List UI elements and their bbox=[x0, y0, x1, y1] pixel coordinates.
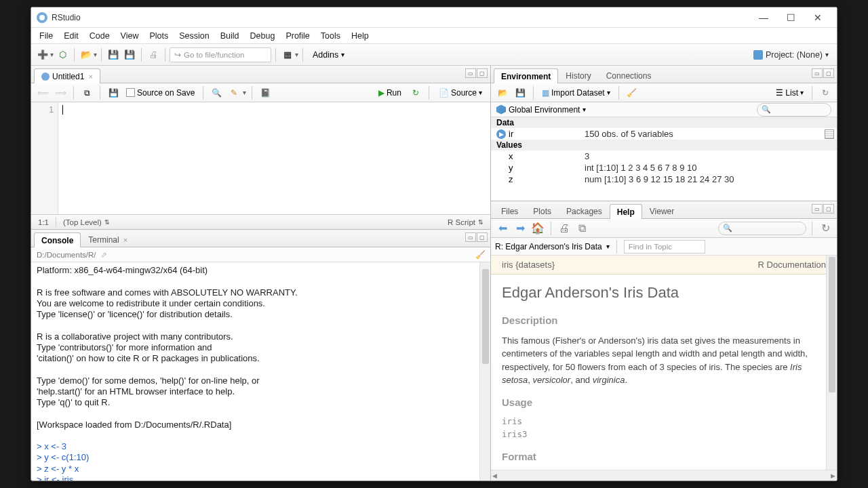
open-file-button[interactable]: 📂 bbox=[79, 47, 94, 62]
new-file-dropdown[interactable]: ▾ bbox=[50, 51, 54, 58]
tab-viewer[interactable]: Viewer bbox=[642, 203, 682, 218]
print-button[interactable]: 🖨 bbox=[146, 47, 161, 62]
menu-profile[interactable]: Profile bbox=[280, 29, 315, 43]
tab-history[interactable]: History bbox=[558, 68, 598, 83]
source-minimize[interactable]: ▭ bbox=[465, 68, 476, 78]
env-row-y[interactable]: y int [1:10] 1 2 3 4 5 6 7 8 9 10 bbox=[491, 162, 837, 174]
tab-terminal[interactable]: Terminal× bbox=[81, 232, 135, 247]
tab-help[interactable]: Help bbox=[610, 204, 642, 219]
window-title: RStudio bbox=[52, 13, 750, 22]
doc-package: iris {datasets} bbox=[502, 260, 555, 270]
menu-plots[interactable]: Plots bbox=[144, 29, 174, 43]
menu-edit[interactable]: Edit bbox=[58, 29, 84, 43]
help-search-input[interactable]: 🔍 bbox=[718, 222, 806, 235]
wand-icon[interactable]: ✎ bbox=[226, 85, 241, 100]
rerun-button[interactable]: ↻ bbox=[408, 85, 423, 100]
source-tab-untitled1[interactable]: Untitled1 × bbox=[34, 68, 100, 83]
refresh-env-icon[interactable]: ↻ bbox=[818, 85, 833, 100]
menu-debug[interactable]: Debug bbox=[245, 29, 281, 43]
menu-session[interactable]: Session bbox=[174, 29, 214, 43]
menu-build[interactable]: Build bbox=[215, 29, 245, 43]
tab-connections[interactable]: Connections bbox=[599, 68, 659, 83]
cursor-position: 1:1 bbox=[38, 218, 49, 226]
new-project-button[interactable]: ⬡ bbox=[55, 47, 70, 62]
menu-help[interactable]: Help bbox=[346, 29, 374, 43]
help-print-icon[interactable]: 🖨 bbox=[557, 221, 572, 236]
load-workspace-icon[interactable]: 📂 bbox=[495, 85, 510, 100]
close-button[interactable]: ✕ bbox=[804, 8, 831, 27]
tab-environment[interactable]: Environment bbox=[494, 68, 558, 83]
env-maximize[interactable]: ▢ bbox=[823, 68, 834, 78]
tab-files[interactable]: Files bbox=[494, 203, 526, 218]
terminal-close-icon[interactable]: × bbox=[123, 236, 127, 244]
help-popout-icon[interactable]: ⧉ bbox=[574, 221, 589, 236]
language-dropdown[interactable]: R Script⇅ bbox=[448, 218, 484, 226]
open-recent-dropdown[interactable]: ▾ bbox=[94, 51, 97, 58]
help-minimize[interactable]: ▭ bbox=[812, 204, 823, 214]
grid-dropdown[interactable]: ▾ bbox=[295, 51, 298, 58]
env-row-z[interactable]: z num [1:10] 3 6 9 12 15 18 21 24 27 30 bbox=[491, 174, 837, 185]
run-button[interactable]: ▶Run bbox=[374, 87, 406, 99]
help-scrollbar-v[interactable] bbox=[826, 256, 837, 481]
source-button[interactable]: 📄Source▾ bbox=[435, 87, 486, 99]
env-scope-dropdown[interactable]: Global Environment▾ 🔍 bbox=[491, 102, 837, 117]
tab-console[interactable]: Console bbox=[34, 232, 81, 247]
menu-code[interactable]: Code bbox=[84, 29, 115, 43]
code-editor[interactable] bbox=[58, 102, 490, 214]
menu-view[interactable]: View bbox=[115, 29, 144, 43]
compile-report-button[interactable]: 📓 bbox=[258, 85, 273, 100]
save-source-button[interactable]: 💾 bbox=[106, 85, 121, 100]
clear-env-icon[interactable]: 🧹 bbox=[625, 85, 639, 100]
help-home-icon[interactable]: 🏠 bbox=[530, 221, 545, 236]
grid-button[interactable]: ▦ bbox=[280, 47, 295, 62]
working-dir[interactable]: D:/Documents/R/ bbox=[37, 251, 96, 259]
env-search-input[interactable]: 🔍 bbox=[757, 103, 831, 117]
env-row-ir[interactable]: ▶ir 150 obs. of 5 variables bbox=[491, 128, 837, 140]
tab-packages[interactable]: Packages bbox=[559, 203, 610, 218]
refresh-help-icon[interactable]: ↻ bbox=[818, 221, 833, 236]
env-row-x[interactable]: x 3 bbox=[491, 150, 837, 162]
help-scrollbar-h[interactable]: ◀▶ bbox=[491, 470, 837, 481]
forward-icon[interactable]: ⟹ bbox=[53, 85, 68, 100]
new-file-button[interactable]: ➕ bbox=[35, 47, 50, 62]
wand-dropdown[interactable]: ▾ bbox=[243, 89, 246, 96]
addins-dropdown[interactable]: Addins▾ bbox=[307, 49, 350, 61]
project-dropdown[interactable]: Project: (None)▾ bbox=[749, 50, 833, 60]
scope-dropdown[interactable]: (Top Level)⇅ bbox=[63, 218, 110, 226]
source-on-save-checkbox[interactable]: Source on Save bbox=[123, 87, 197, 99]
goto-file-input[interactable]: ↪Go to file/function bbox=[170, 47, 271, 62]
help-maximize[interactable]: ▢ bbox=[823, 204, 834, 214]
save-workspace-icon[interactable]: 💾 bbox=[513, 85, 528, 100]
doc-heading-usage: Usage bbox=[502, 395, 826, 411]
import-dataset-dropdown[interactable]: ▦Import Dataset▾ bbox=[539, 87, 613, 99]
console-minimize[interactable]: ▭ bbox=[465, 232, 476, 242]
help-topic-title[interactable]: R: Edgar Anderson's Iris Data bbox=[495, 242, 602, 251]
find-icon[interactable]: 🔍 bbox=[209, 85, 224, 100]
help-viewer[interactable]: iris {datasets} R Documentation Edgar An… bbox=[491, 256, 837, 481]
console-popout-icon[interactable]: ⇗ bbox=[100, 250, 107, 260]
menubar: File Edit Code View Plots Session Build … bbox=[31, 28, 837, 44]
env-view-dropdown[interactable]: ☰ List▾ bbox=[773, 87, 806, 99]
console-scrollbar[interactable] bbox=[479, 262, 490, 481]
menu-file[interactable]: File bbox=[34, 29, 58, 43]
save-all-button[interactable]: 💾 bbox=[122, 47, 137, 62]
view-data-icon[interactable] bbox=[825, 129, 834, 139]
save-button[interactable]: 💾 bbox=[106, 47, 121, 62]
maximize-button[interactable]: ☐ bbox=[777, 8, 804, 27]
minimize-button[interactable]: — bbox=[750, 8, 777, 27]
find-in-topic-input[interactable]: Find in Topic bbox=[624, 240, 705, 253]
back-icon[interactable]: ⟸ bbox=[35, 85, 50, 100]
expand-icon[interactable]: ▶ bbox=[496, 129, 506, 139]
menu-tools[interactable]: Tools bbox=[315, 29, 346, 43]
help-tabs: Files Plots Packages Help Viewer ▭ ▢ bbox=[491, 201, 837, 219]
env-minimize[interactable]: ▭ bbox=[812, 68, 823, 78]
popout-icon[interactable]: ⧉ bbox=[79, 85, 94, 100]
console-maximize[interactable]: ▢ bbox=[477, 232, 488, 242]
help-back-icon[interactable]: ⬅ bbox=[495, 221, 510, 236]
close-tab-icon[interactable]: × bbox=[88, 73, 92, 81]
console-output[interactable]: Platform: x86_64-w64-mingw32/x64 (64-bit… bbox=[31, 262, 490, 481]
source-maximize[interactable]: ▢ bbox=[477, 68, 488, 78]
tab-plots[interactable]: Plots bbox=[526, 203, 559, 218]
clear-console-icon[interactable]: 🧹 bbox=[475, 250, 485, 260]
help-forward-icon[interactable]: ➡ bbox=[513, 221, 528, 236]
